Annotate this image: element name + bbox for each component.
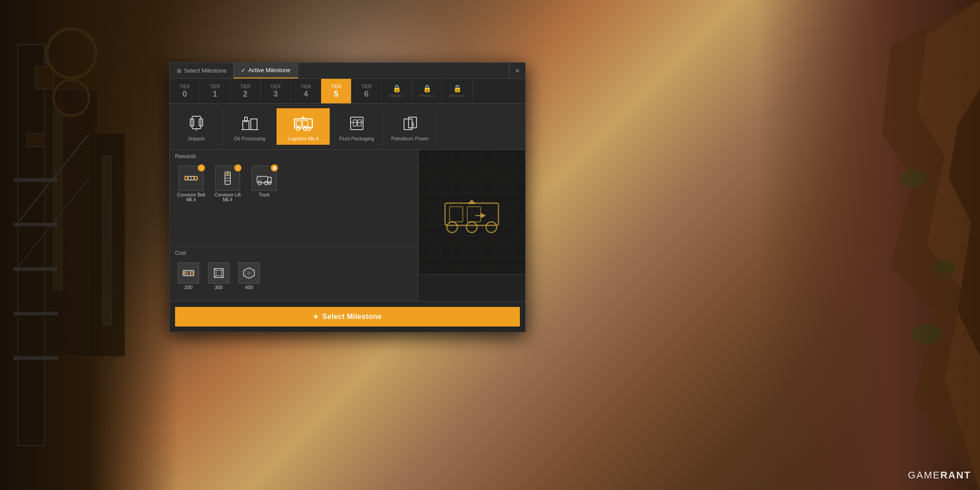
svg-point-7 xyxy=(47,29,96,78)
tier-3[interactable]: Tier 3 xyxy=(261,79,291,103)
cost-item-2: 300 xyxy=(205,262,232,290)
truck-badge: ◉ xyxy=(271,164,278,172)
tab-active-milestone[interactable]: ✓ Active Milestone xyxy=(234,63,298,78)
cost-amount-1: 200 xyxy=(184,285,192,290)
milestone-fluid-packaging[interactable]: Fluid Packaging xyxy=(330,108,384,145)
logistics-mk4-icon xyxy=(293,112,314,133)
svg-marker-85 xyxy=(481,213,486,218)
petroleum-power-label: Petroleum Power xyxy=(391,136,429,141)
reward-conveyor-belt-mk4[interactable]: + Conveyor Belt Mk.4 xyxy=(175,166,207,212)
svg-marker-81 xyxy=(467,200,476,204)
svg-rect-0 xyxy=(18,45,45,445)
milestone-logistics-mk4[interactable]: Logistics Mk.4 xyxy=(277,108,330,145)
lock-icon-phase2: 🔒 xyxy=(392,84,401,93)
svg-point-84 xyxy=(486,222,497,233)
cost-item-3: 400 xyxy=(236,262,262,290)
reward-truck[interactable]: ◉ Truck xyxy=(248,166,280,212)
svg-point-83 xyxy=(466,222,477,233)
reward-conveyor-lift-mk4[interactable]: + Conveyor Lift Mk.4 xyxy=(212,166,244,212)
svg-point-82 xyxy=(447,222,457,233)
milestone-oil-processing[interactable]: Oil Processing xyxy=(223,108,277,145)
milestone-jetpack[interactable]: Jetpack xyxy=(170,108,223,145)
oil-processing-icon xyxy=(239,112,261,133)
conveyor-belt-mk4-icon-wrap: + xyxy=(179,166,204,191)
svg-point-49 xyxy=(185,176,188,180)
select-milestone-button-label: Select Milestone xyxy=(323,313,382,321)
rewards-area: + Conveyor Belt Mk.4 + Conveyor Lift Mk.… xyxy=(170,162,418,216)
jetpack-label: Jetpack xyxy=(188,136,205,141)
conveyor-belt-badge: + xyxy=(198,164,205,172)
cost-icon-1 xyxy=(178,262,199,284)
check-icon: ✓ xyxy=(241,67,245,74)
fluid-packaging-label: Fluid Packaging xyxy=(339,136,374,141)
preview-vehicle-icon xyxy=(436,185,507,239)
rewards-label: Rewards xyxy=(170,150,418,162)
tier-phase2-locked: 🔒 Phase 2 xyxy=(382,79,412,103)
tier-2[interactable]: Tier 2 xyxy=(230,79,261,103)
svg-rect-14 xyxy=(102,156,111,325)
machinery-decoration xyxy=(0,0,169,490)
svg-point-50 xyxy=(194,176,197,180)
tab-select-milestone[interactable]: ⊞ Select Milestone xyxy=(170,63,234,78)
cliff-decoration xyxy=(757,0,980,490)
milestone-dialog: ⊞ Select Milestone ✓ Active Milestone × … xyxy=(169,62,526,332)
left-panel: Rewards + Conveyor Belt Mk.4 + Co xyxy=(170,150,418,301)
cost-area: 200 300 400 xyxy=(170,259,418,294)
cost-label: Cost xyxy=(170,246,418,259)
conveyor-belt-mk4-label: Conveyor Belt Mk.4 xyxy=(177,192,205,202)
svg-rect-79 xyxy=(449,207,463,222)
cost-item-1: 200 xyxy=(175,262,202,290)
title-bar: ⊞ Select Milestone ✓ Active Milestone × xyxy=(170,63,525,79)
jetpack-icon xyxy=(186,112,207,133)
preview-lower xyxy=(418,274,525,301)
svg-rect-33 xyxy=(302,121,308,126)
logistics-mk4-label: Logistics Mk.4 xyxy=(288,136,319,141)
svg-marker-37 xyxy=(301,116,306,119)
right-panel xyxy=(418,150,525,301)
petroleum-power-icon xyxy=(400,112,421,133)
tab-select-label: Select Milestone xyxy=(184,67,226,74)
svg-rect-40 xyxy=(358,120,361,126)
svg-rect-39 xyxy=(353,120,357,126)
svg-rect-1 xyxy=(36,67,53,89)
bottom-bar: ✈ Select Milestone xyxy=(170,301,525,332)
tier-6[interactable]: Tier 6 xyxy=(351,79,382,103)
tier-0[interactable]: Tier 0 xyxy=(170,79,200,103)
svg-point-67 xyxy=(191,272,193,274)
milestone-row: Jetpack Oil Processing Logistics Mk.4 Fl… xyxy=(170,104,525,150)
select-milestone-button[interactable]: ✈ Select Milestone xyxy=(175,307,520,327)
svg-rect-28 xyxy=(251,119,257,130)
truck-icon-wrap: ◉ xyxy=(252,166,277,191)
cost-icon-2 xyxy=(208,262,229,284)
close-button[interactable]: × xyxy=(509,63,525,79)
svg-rect-31 xyxy=(294,119,312,128)
tab-active-label: Active Milestone xyxy=(248,67,290,74)
svg-rect-12 xyxy=(13,356,58,360)
content-area: Rewards + Conveyor Belt Mk.4 + Co xyxy=(170,150,525,301)
svg-rect-80 xyxy=(467,207,481,222)
svg-rect-32 xyxy=(296,121,302,126)
svg-point-20 xyxy=(900,169,927,187)
tier-phase4-locked: 🔒 Phase 4 xyxy=(442,79,473,103)
cost-amount-2: 300 xyxy=(215,285,223,290)
svg-point-21 xyxy=(933,261,956,274)
tier-4[interactable]: Tier 4 xyxy=(291,79,321,103)
fluid-packaging-icon xyxy=(346,112,368,133)
svg-rect-4 xyxy=(53,111,62,290)
svg-rect-69 xyxy=(216,270,221,276)
svg-rect-10 xyxy=(13,267,58,271)
conveyor-lift-badge: + xyxy=(234,164,241,172)
conveyor-lift-mk4-label: Conveyor Lift Mk.4 xyxy=(215,192,241,202)
conveyor-lift-mk4-icon-wrap: + xyxy=(215,166,240,191)
milestone-petroleum-power[interactable]: Petroleum Power xyxy=(384,108,437,145)
grid-icon: ⊞ xyxy=(177,68,181,74)
gamerant-watermark: GAMERANT xyxy=(908,470,971,481)
svg-rect-11 xyxy=(13,312,58,315)
truck-label: Truck xyxy=(259,192,270,197)
tier-1[interactable]: Tier 1 xyxy=(200,79,230,103)
cost-amount-3: 400 xyxy=(245,285,253,290)
tier-5[interactable]: Tier 5 xyxy=(321,79,351,103)
tier-bar: Tier 0 Tier 1 Tier 2 Tier 3 Tier 4 Tier … xyxy=(170,79,525,104)
select-milestone-icon: ✈ xyxy=(313,313,319,320)
preview-area xyxy=(418,150,525,274)
